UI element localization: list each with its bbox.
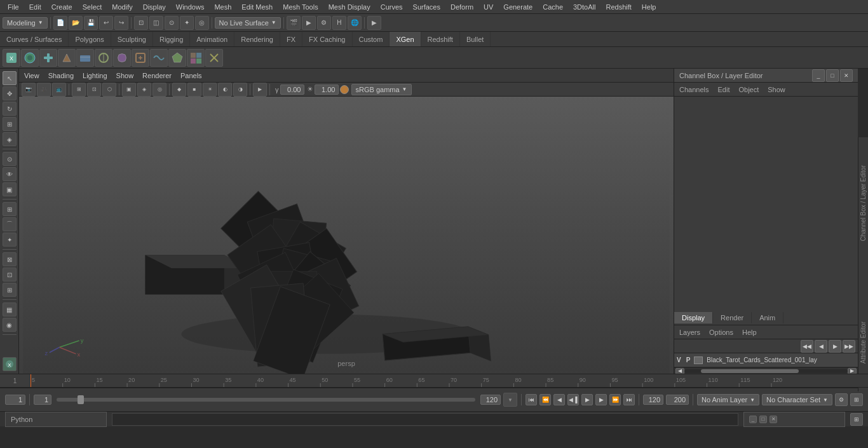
char-set-extra-btn[interactable]: ⊞	[850, 393, 863, 406]
shelf-xgen-icon-4[interactable]	[58, 49, 76, 67]
live-surface-dropdown[interactable]: No Live Surface ▼	[215, 17, 281, 29]
camera-icon-2[interactable]: 🎥	[37, 83, 51, 97]
shelf-xgen-icon-10[interactable]	[168, 49, 186, 67]
right-panel-maximize[interactable]: □	[826, 69, 839, 82]
range-start-input[interactable]	[34, 395, 51, 405]
redo-icon[interactable]: ↪	[114, 16, 128, 30]
exposure-input[interactable]	[315, 85, 339, 95]
step-fwd-btn[interactable]: ⏩	[609, 394, 621, 405]
menu-curves[interactable]: Curves	[376, 2, 408, 12]
scrollbar-track[interactable]	[684, 369, 848, 373]
menu-display[interactable]: Display	[138, 2, 171, 12]
scroll-right[interactable]: ▶	[848, 368, 857, 374]
open-file-icon[interactable]: 📂	[69, 16, 83, 30]
shelf-xgen-icon-11[interactable]	[187, 49, 205, 67]
menu-help[interactable]: Help	[637, 2, 661, 12]
bottom-close-btn[interactable]: ✕	[770, 416, 777, 423]
layer-tool-1[interactable]: ◀◀	[801, 340, 813, 353]
help-subtab[interactable]: Help	[740, 327, 759, 337]
snap-curve[interactable]: ⌒	[3, 217, 17, 231]
vp-menu-show[interactable]: Show	[114, 72, 137, 79]
show-tab[interactable]: Show	[765, 85, 788, 95]
go-end-btn[interactable]: ⏭	[623, 394, 635, 405]
camera-icon-1[interactable]: 📷	[22, 83, 36, 97]
vp-shadow-icon[interactable]: ◐	[218, 83, 232, 97]
range-end-input[interactable]	[480, 395, 501, 405]
play-fwd-btn[interactable]: ▶	[581, 394, 593, 405]
status-settings-icon[interactable]: ⊞	[850, 413, 863, 426]
undo-icon[interactable]: ↩	[99, 16, 113, 30]
display-tab[interactable]: Display	[674, 312, 713, 323]
vp-snap-icon[interactable]: ⊞	[72, 83, 86, 97]
anim-end-input[interactable]	[643, 395, 663, 405]
menu-file[interactable]: File	[3, 2, 24, 12]
menu-mesh-display[interactable]: Mesh Display	[323, 2, 376, 12]
menu-3dtool[interactable]: 3DtoAll	[568, 2, 600, 12]
menu-uv[interactable]: UV	[478, 2, 498, 12]
object-tab[interactable]: Object	[736, 85, 761, 95]
layout-icon-1[interactable]: ⊠	[3, 252, 17, 266]
layout-icon-3[interactable]: ⊞	[3, 283, 17, 297]
vp-menu-panels[interactable]: Panels	[178, 72, 205, 79]
shelf-xgen-icon-12[interactable]	[205, 49, 223, 67]
tab-animation[interactable]: Animation	[190, 32, 234, 46]
hdr-icon[interactable]: H	[332, 16, 346, 30]
tab-sculpting[interactable]: Sculpting	[111, 32, 153, 46]
playback-thumb[interactable]	[78, 395, 84, 404]
script-input-area[interactable]	[112, 413, 738, 426]
tab-fx[interactable]: FX	[280, 32, 302, 46]
shelf-xgen-icon-7[interactable]	[113, 49, 131, 67]
new-file-icon[interactable]: 📄	[53, 16, 67, 30]
menu-generate[interactable]: Generate	[498, 2, 538, 12]
render-tab[interactable]: Render	[713, 312, 752, 323]
tab-custom[interactable]: Custom	[353, 32, 390, 46]
universe-icon[interactable]: 🌐	[348, 16, 362, 30]
range-end-chevron[interactable]: ▼	[503, 393, 517, 407]
visibility-icon[interactable]: ◉	[3, 318, 17, 332]
soft-select-icon[interactable]: ◎	[195, 16, 209, 30]
playback-speed-input[interactable]	[666, 395, 689, 405]
rotate-tool[interactable]: ↻	[3, 102, 17, 116]
tab-polygons[interactable]: Polygons	[69, 32, 111, 46]
layout-icon-2[interactable]: ⊡	[3, 268, 17, 282]
anim-tab[interactable]: Anim	[752, 312, 783, 323]
universal-manip[interactable]: ◈	[3, 132, 17, 146]
layer-tool-4[interactable]: ▶▶	[843, 340, 855, 353]
menu-modify[interactable]: Modify	[107, 2, 137, 12]
shelf-xgen-icon-5[interactable]	[76, 49, 94, 67]
scrollbar-thumb[interactable]	[701, 369, 799, 373]
layer-tool-3[interactable]: ▶	[829, 340, 841, 353]
next-frame-btn[interactable]: ▶	[595, 394, 607, 405]
vp-xray-icon[interactable]: ◎	[153, 83, 166, 97]
bottom-restore-btn[interactable]: □	[759, 416, 767, 423]
vp-material-icon[interactable]: ◆	[172, 83, 186, 97]
shelf-xgen-icon-1[interactable]: X	[3, 49, 20, 67]
current-frame-input[interactable]	[5, 395, 25, 405]
edit-tab[interactable]: Edit	[715, 85, 732, 95]
vp-anim-icon[interactable]: ▶	[253, 83, 267, 97]
scale-tool[interactable]: ⊞	[3, 117, 17, 131]
render-settings-icon[interactable]: ⚙	[317, 16, 331, 30]
lasso-select-icon[interactable]: ⊙	[165, 16, 179, 30]
anim-layer-dropdown[interactable]: No Anim Layer ▼	[697, 394, 759, 405]
select-by-component-icon[interactable]: ◫	[149, 16, 163, 30]
select-by-hierarchy-icon[interactable]: ⊡	[134, 16, 148, 30]
shelf-xgen-icon-9[interactable]	[150, 49, 168, 67]
menu-edit-mesh[interactable]: Edit Mesh	[236, 2, 278, 12]
render-preview[interactable]: ▦	[3, 302, 17, 316]
menu-windows[interactable]: Windows	[171, 2, 210, 12]
layer-color-swatch[interactable]	[694, 356, 703, 364]
workspace-dropdown[interactable]: Modeling ▼	[3, 17, 48, 29]
gamma-input[interactable]	[280, 85, 304, 95]
vp-light-icon[interactable]: ☀	[203, 83, 217, 97]
shelf-xgen-icon-2[interactable]	[21, 49, 39, 67]
menu-surfaces[interactable]: Surfaces	[408, 2, 445, 12]
vp-isolate-icon[interactable]: ◈	[137, 83, 151, 97]
tab-curves-surfaces[interactable]: Curves / Surfaces	[0, 32, 69, 46]
arrow-icon[interactable]: ▶	[367, 16, 381, 30]
paint-select-icon[interactable]: ✦	[180, 16, 194, 30]
go-start-btn[interactable]: ⏮	[526, 394, 537, 405]
menu-create[interactable]: Create	[46, 2, 78, 12]
menu-edit[interactable]: Edit	[24, 2, 46, 12]
right-panel-minimize[interactable]: _	[812, 69, 825, 82]
